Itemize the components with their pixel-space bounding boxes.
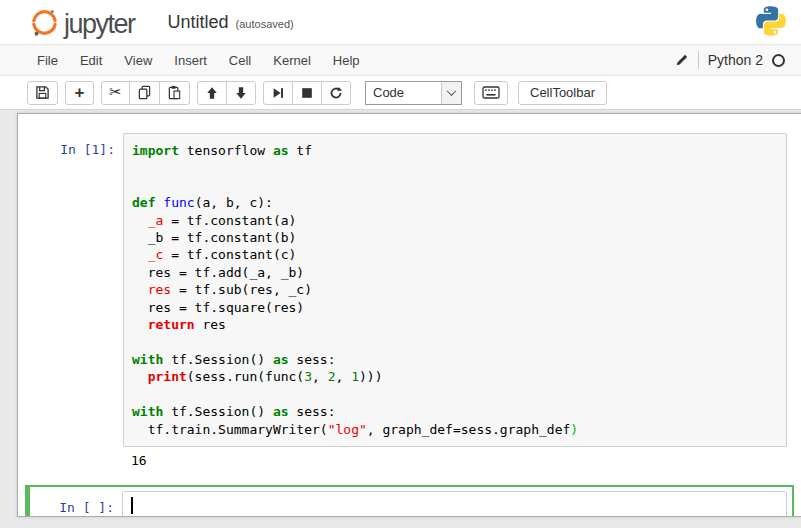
divider (698, 51, 699, 69)
menubar: File Edit View Insert Cell Kernel Help P… (0, 44, 801, 76)
jupyter-logo-icon (28, 6, 61, 39)
menu-file[interactable]: File (26, 46, 69, 75)
save-button[interactable] (27, 81, 58, 105)
chevron-down-icon (441, 82, 461, 104)
run-cell-button[interactable] (263, 81, 293, 105)
restart-kernel-button[interactable] (321, 81, 351, 105)
plus-icon: + (75, 84, 85, 101)
empty-code-editor[interactable] (122, 491, 787, 517)
play-step-forward-icon (271, 86, 285, 100)
edit-title-pencil-icon[interactable] (675, 53, 689, 67)
scissors-icon: ✂ (109, 85, 122, 100)
text-cursor (131, 497, 133, 514)
cut-cell-button[interactable]: ✂ (101, 81, 130, 105)
move-cell-down-button[interactable] (226, 81, 256, 105)
code-cell-selected[interactable]: In [ ]: (25, 485, 794, 517)
move-cell-up-button[interactable] (197, 81, 227, 105)
command-palette-button[interactable] (474, 81, 508, 105)
jupyter-logo[interactable]: jupyter (28, 6, 135, 39)
menu-insert[interactable]: Insert (163, 46, 218, 75)
notebook-panel: In [1]: import tensorflow as tf def func… (17, 113, 801, 517)
input-prompt: In [1]: (18, 133, 123, 157)
arrow-down-icon (234, 86, 248, 100)
interrupt-kernel-button[interactable] (292, 81, 322, 105)
paste-cell-button[interactable] (159, 81, 190, 105)
code-editor-lines: import tensorflow as tf def func(a, b, c… (132, 142, 778, 438)
celltoolbar-button[interactable]: CellToolbar (518, 81, 607, 105)
arrow-up-icon (205, 86, 219, 100)
notebook-title[interactable]: Untitled (168, 12, 229, 33)
menu-view[interactable]: View (113, 46, 163, 75)
copy-cell-button[interactable] (129, 81, 160, 105)
code-cell-executed[interactable]: In [1]: import tensorflow as tf def func… (18, 133, 801, 472)
paste-icon (167, 85, 182, 100)
jupyter-wordmark: jupyter (64, 9, 135, 39)
input-prompt-empty: In [ ]: (30, 491, 122, 515)
stop-icon (300, 86, 314, 100)
output-prompt (18, 450, 123, 472)
notebook-site: In [1]: import tensorflow as tf def func… (0, 110, 801, 528)
toolbar: + ✂ (0, 76, 801, 110)
menu-cell[interactable]: Cell (218, 46, 262, 75)
python-logo-icon (754, 4, 788, 42)
output-text: 16 (123, 450, 147, 472)
menu-edit[interactable]: Edit (69, 46, 113, 75)
kernel-name: Python 2 (708, 52, 763, 68)
insert-cell-button[interactable]: + (65, 81, 94, 105)
kernel-status-icon (772, 54, 785, 67)
code-editor[interactable]: import tensorflow as tf def func(a, b, c… (123, 133, 787, 447)
header: jupyter Untitled (autosaved) (0, 0, 801, 44)
save-icon (35, 85, 50, 100)
menu-help[interactable]: Help (322, 46, 371, 75)
autosave-status: (autosaved) (236, 14, 294, 30)
cell-type-value: Code (373, 85, 404, 100)
keyboard-icon (482, 86, 500, 99)
menu-kernel[interactable]: Kernel (262, 46, 322, 75)
copy-icon (137, 85, 152, 100)
cell-type-dropdown[interactable]: Code (365, 81, 462, 105)
refresh-icon (329, 86, 343, 100)
